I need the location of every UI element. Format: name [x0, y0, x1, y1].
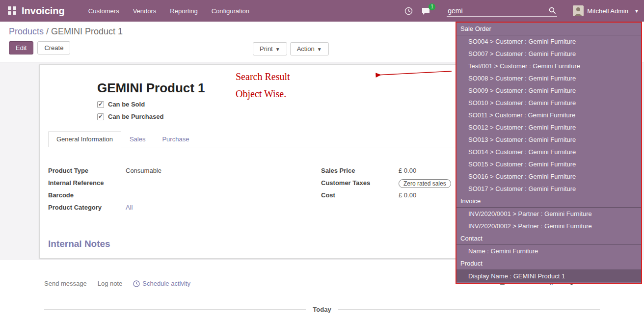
group-header-invoice: Invoice	[456, 195, 641, 208]
user-name: Mitchell Admin	[587, 7, 628, 15]
systray: 1 Mitchell Admin ▼	[404, 5, 639, 17]
search-result-item[interactable]: SO009 > Customer : Gemini Furniture	[456, 84, 641, 97]
group-header-sale-order: Sale Order	[456, 23, 641, 35]
create-button[interactable]: Create	[37, 41, 70, 54]
send-message-link[interactable]: Send message	[44, 280, 87, 287]
user-avatar	[573, 5, 584, 16]
activities-clock-icon[interactable]	[404, 7, 413, 15]
menu-reporting[interactable]: Reporting	[170, 7, 197, 15]
search-result-item[interactable]: SO013 > Customer : Gemini Furniture	[456, 134, 641, 146]
search-result-item[interactable]: Test/001 > Customer : Gemini Furniture	[456, 60, 641, 72]
field-barcode: Barcode	[48, 191, 321, 201]
search-result-item[interactable]: INV/2020/0001 > Partner : Gemini Furnitu…	[456, 208, 641, 220]
apps-menu-icon[interactable]	[8, 6, 17, 15]
message-count-badge: 1	[429, 3, 435, 10]
print-dropdown-button[interactable]: Print▼	[253, 42, 287, 55]
tab-general-information[interactable]: General Information	[48, 131, 121, 147]
search-result-item[interactable]: Name : Gemini Furniture	[456, 245, 641, 257]
group-header-product: Product	[456, 257, 641, 270]
field-product-category: Product Category All	[48, 204, 321, 214]
tab-purchase[interactable]: Purchase	[154, 131, 197, 147]
search-result-item[interactable]: SO015 > Customer : Gemini Furniture	[456, 158, 641, 170]
menu-vendors[interactable]: Vendors	[133, 7, 157, 15]
edit-button[interactable]: Edit	[9, 41, 33, 54]
breadcrumb-products[interactable]: Products	[9, 27, 44, 36]
search-result-item[interactable]: SO010 > Customer : Gemini Furniture	[456, 97, 641, 109]
search-result-item[interactable]: SO012 > Customer : Gemini Furniture	[456, 121, 641, 134]
search-results-dropdown: Sale Order SO004 > Customer : Gemini Fur…	[456, 22, 642, 284]
search-result-item[interactable]: SO016 > Customer : Gemini Furniture	[456, 170, 641, 183]
schedule-activity-link[interactable]: Schedule activity	[133, 280, 190, 287]
can-be-purchased-checkbox[interactable]	[97, 113, 104, 120]
chevron-down-icon: ▼	[634, 8, 639, 14]
tax-tag[interactable]: Zero rated sales	[399, 179, 451, 188]
search-icon[interactable]	[549, 7, 556, 16]
user-menu[interactable]: Mitchell Admin ▼	[573, 5, 639, 16]
search-result-item[interactable]: SO007 > Customer : Gemini Furniture	[456, 48, 641, 60]
clock-icon	[133, 280, 140, 287]
field-product-type: Product Type Consumable	[48, 167, 321, 177]
search-result-item[interactable]: INV/2020/0002 > Partner : Gemini Furnitu…	[456, 220, 641, 232]
can-be-sold-label: Can be Sold	[108, 101, 145, 108]
breadcrumb-current: GEMINI Product 1	[51, 27, 123, 36]
can-be-purchased-label: Can be Purchased	[108, 113, 163, 120]
global-search	[447, 5, 557, 17]
search-result-item[interactable]: SO014 > Customer : Gemini Furniture	[456, 146, 641, 158]
action-dropdown-button[interactable]: Action▼	[290, 42, 329, 55]
search-result-item[interactable]: SO004 > Customer : Gemini Furniture	[456, 35, 641, 48]
group-header-contact: Contact	[456, 232, 641, 245]
can-be-sold-checkbox[interactable]	[97, 101, 104, 108]
search-result-item[interactable]: SO017 > Customer : Gemini Furniture	[456, 183, 641, 195]
menu-configuration[interactable]: Configuration	[212, 7, 249, 15]
chevron-down-icon: ▼	[275, 47, 280, 52]
app-title[interactable]: Invoicing	[22, 5, 65, 17]
annotation-text-2: Object Wise.	[236, 88, 286, 100]
search-result-item[interactable]: SO011 > Customer : Gemini Furniture	[456, 109, 641, 121]
annotation-arrow	[331, 67, 454, 80]
search-result-item-active[interactable]: Display Name : GEMINI Product 1	[456, 270, 641, 282]
menu-customers[interactable]: Customers	[88, 7, 119, 15]
field-internal-reference: Internal Reference	[48, 179, 321, 189]
chevron-down-icon: ▼	[317, 47, 322, 52]
global-search-input[interactable]	[447, 5, 557, 17]
top-navbar: Invoicing Customers Vendors Reporting Co…	[0, 0, 644, 22]
log-note-link[interactable]: Log note	[98, 280, 123, 287]
tab-sales[interactable]: Sales	[121, 131, 154, 147]
date-divider: Today	[44, 306, 600, 313]
search-result-item[interactable]: SO008 > Customer : Gemini Furniture	[456, 72, 641, 84]
product-category-link[interactable]: All	[126, 204, 133, 211]
annotation-text-1: Search Result	[236, 71, 290, 82]
messages-icon[interactable]: 1	[422, 7, 431, 15]
